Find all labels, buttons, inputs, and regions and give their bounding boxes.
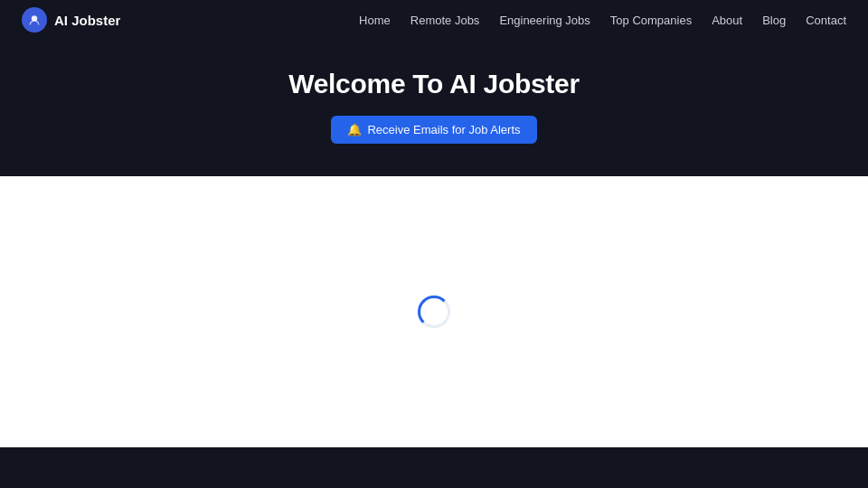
- receive-emails-button[interactable]: 🔔 Receive Emails for Job Alerts: [331, 116, 536, 144]
- nav-link-engineering-jobs[interactable]: Engineering Jobs: [499, 14, 590, 27]
- hero-title: Welcome To AI Jobster: [288, 69, 580, 99]
- nav-link-contact[interactable]: Contact: [806, 14, 846, 27]
- loading-spinner: [418, 296, 450, 328]
- brand-logo[interactable]: AI Jobster: [22, 7, 120, 33]
- footer: [0, 447, 868, 488]
- cta-label: Receive Emails for Job Alerts: [367, 123, 520, 136]
- nav-link-remote-jobs[interactable]: Remote Jobs: [410, 14, 480, 27]
- nav-link-about[interactable]: About: [712, 14, 742, 27]
- nav-link-home[interactable]: Home: [359, 14, 391, 27]
- nav-links: Home Remote Jobs Engineering Jobs Top Co…: [359, 14, 846, 27]
- nav-link-top-companies[interactable]: Top Companies: [610, 14, 692, 27]
- brand-name: AI Jobster: [54, 13, 120, 28]
- nav-link-blog[interactable]: Blog: [762, 14, 786, 27]
- navbar: AI Jobster Home Remote Jobs Engineering …: [0, 0, 868, 40]
- logo-icon: [22, 7, 47, 33]
- bell-icon: 🔔: [347, 123, 362, 136]
- hero-section: Welcome To AI Jobster 🔔 Receive Emails f…: [0, 40, 868, 176]
- main-content: [0, 176, 868, 447]
